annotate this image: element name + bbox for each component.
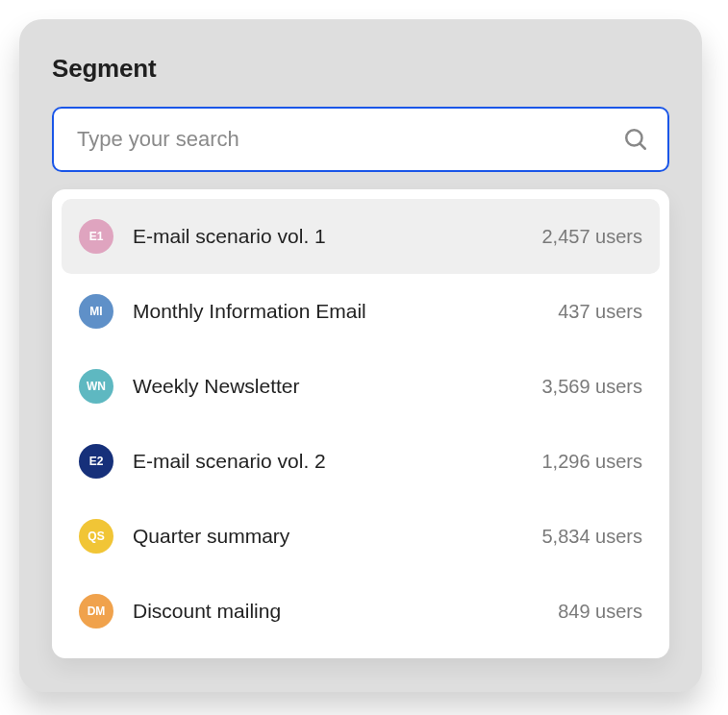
segment-panel: Segment E1E-mail scenario vol. 12,457 us… (19, 19, 702, 692)
svg-line-1 (640, 143, 644, 148)
segment-item-meta: 1,296 users (541, 451, 642, 473)
segment-item[interactable]: E2E-mail scenario vol. 21,296 users (62, 424, 660, 499)
segment-item-label: Weekly Newsletter (133, 375, 541, 398)
panel-title: Segment (52, 54, 669, 84)
segment-item-meta: 437 users (558, 301, 642, 323)
segment-item-meta: 2,457 users (541, 226, 642, 248)
avatar: DM (79, 594, 113, 629)
avatar: MI (79, 294, 113, 329)
segment-item[interactable]: WNWeekly Newsletter3,569 users (62, 349, 660, 424)
segment-item-label: Discount mailing (133, 600, 558, 623)
segment-dropdown: E1E-mail scenario vol. 12,457 usersMIMon… (52, 189, 669, 658)
segment-item-label: E-mail scenario vol. 1 (133, 225, 541, 248)
avatar: E1 (79, 219, 113, 254)
segment-item-label: Monthly Information Email (133, 300, 558, 323)
avatar: E2 (79, 444, 113, 479)
segment-item[interactable]: MIMonthly Information Email437 users (62, 274, 660, 349)
segment-item[interactable]: E1E-mail scenario vol. 12,457 users (62, 199, 660, 274)
avatar: WN (79, 369, 113, 404)
segment-item[interactable]: QSQuarter summary5,834 users (62, 499, 660, 574)
segment-item[interactable]: DMDiscount mailing849 users (62, 574, 660, 649)
search-icon[interactable] (623, 127, 648, 152)
segment-item-label: Quarter summary (133, 525, 541, 548)
segment-item-label: E-mail scenario vol. 2 (133, 450, 541, 473)
segment-item-meta: 849 users (558, 601, 642, 623)
segment-item-meta: 3,569 users (541, 376, 642, 398)
search-field (52, 107, 669, 172)
avatar: QS (79, 519, 113, 554)
segment-item-meta: 5,834 users (541, 526, 642, 548)
search-input[interactable] (52, 107, 669, 172)
